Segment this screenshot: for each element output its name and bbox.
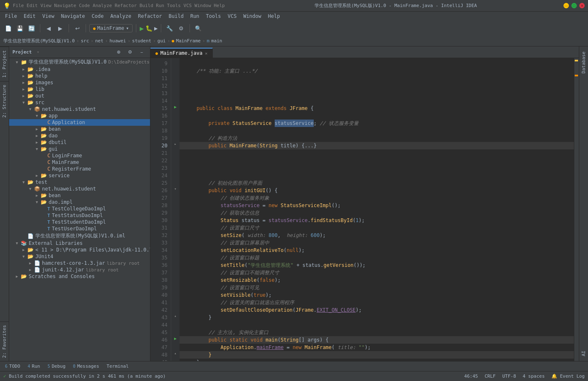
tree-item-src[interactable]: 📂 src — [9, 99, 150, 106]
right-panel-database-label[interactable]: Database — [580, 48, 587, 77]
tree-arrow-root[interactable] — [16, 60, 21, 64]
tree-arrow-bean[interactable] — [36, 127, 41, 131]
tree-arrow-service[interactable] — [36, 173, 41, 178]
toolbar-save-btn[interactable]: 💾 — [15, 23, 25, 33]
tree-item-iml[interactable]: 📄 学生信息管理系统(MySQL版)V1.0.iml — [9, 232, 150, 240]
menu-navigate[interactable]: Navigate — [58, 12, 89, 20]
toolbar-undo-btn[interactable]: ↩ — [72, 23, 82, 33]
breadcrumb-huawei[interactable]: huawei — [109, 38, 126, 44]
breadcrumb-main[interactable]: main — [211, 38, 222, 44]
tree-arrow-junit4[interactable] — [22, 254, 27, 259]
tree-arrow-dao-impl[interactable] — [36, 200, 41, 204]
tree-arrow-images[interactable] — [22, 81, 27, 85]
tree-arrow-idea[interactable] — [22, 67, 27, 71]
toolbar-new-btn[interactable]: 📄 — [3, 23, 13, 33]
menu-code[interactable]: Code — [89, 12, 107, 20]
tree-item-root[interactable]: 📁 学生信息管理系统(MySQL版)V1.0 D:\IdeaProjects — [9, 58, 150, 66]
menu-tools[interactable]: Tools — [203, 12, 224, 20]
tree-arrow-net-student-test[interactable] — [29, 187, 34, 191]
tree-item-registerframe[interactable]: C RegisterFrame — [9, 166, 150, 172]
tree-item-dao[interactable]: 📂 dao — [9, 132, 150, 139]
menu-refactor[interactable]: Refactor — [135, 12, 165, 20]
tree-arrow-out[interactable] — [22, 94, 27, 98]
tree-arrow-jdk[interactable] — [22, 248, 27, 252]
tree-item-testcollege[interactable]: T TestCollegeDaoImpl — [9, 205, 150, 212]
toolbar-forward-btn[interactable]: ▶ — [55, 23, 65, 33]
right-panel-ai-label[interactable]: AI — [580, 347, 587, 359]
tree-item-loginframe[interactable]: C LoginFrame — [9, 152, 150, 159]
tree-arrow-ext-libs[interactable] — [16, 241, 21, 245]
toolbar-back-btn[interactable]: ◀ — [44, 23, 54, 33]
tree-arrow-hamcrest[interactable] — [29, 261, 34, 265]
fold-icon-26[interactable]: ▾ — [174, 187, 176, 191]
tree-arrow-gui[interactable] — [36, 147, 41, 151]
tree-item-dbutil[interactable]: 📂 dbutil — [9, 139, 150, 146]
tree-item-hamcrest[interactable]: 📄 hamcrest-core-1.3.jar library root — [9, 260, 150, 266]
menu-file[interactable]: File — [2, 12, 20, 20]
tree-item-help[interactable]: 📂 help — [9, 73, 150, 79]
tree-item-ext-libs[interactable]: 📚 External Libraries — [9, 240, 150, 247]
status-spaces[interactable]: 4 spaces — [523, 374, 545, 379]
vtab-project[interactable]: 1: Project — [0, 46, 9, 81]
sidebar-dropdown-icon[interactable]: ▾ — [37, 49, 39, 55]
tree-item-bean[interactable]: 📂 bean — [9, 126, 150, 132]
tree-arrow-lib[interactable] — [22, 87, 27, 91]
toolbar-sdk-btn[interactable]: 🔧 — [165, 23, 175, 33]
tree-item-junit-jar[interactable]: 📄 junit-4.12.jar library root — [9, 266, 150, 273]
tree-item-junit4[interactable]: 📂 JUnit4 — [9, 253, 150, 260]
run-arrow-15[interactable]: ▶ — [174, 105, 177, 109]
tree-arrow-dao[interactable] — [36, 134, 41, 138]
run-coverage-button[interactable]: ▶ — [154, 25, 157, 32]
vtab-structure[interactable]: 2: Structure — [0, 81, 9, 121]
close-button[interactable]: ✕ — [579, 3, 585, 8]
menu-analyze[interactable]: Analyze — [107, 12, 135, 20]
minimize-button[interactable]: — — [563, 3, 569, 8]
tree-item-net-student[interactable]: 📦 net.huawei.student — [9, 106, 150, 112]
status-encoding[interactable]: UTF-8 — [502, 374, 516, 379]
tree-arrow-junit-jar[interactable] — [29, 268, 34, 272]
tool-debug[interactable]: 5 Debug — [44, 363, 69, 370]
tree-item-teststatus[interactable]: T TestStatusDaoImpl — [9, 212, 150, 219]
tree-arrow-dbutil[interactable] — [36, 140, 41, 144]
tree-item-gui[interactable]: 📂 gui — [9, 146, 150, 152]
breadcrumb-gui[interactable]: gui — [157, 38, 166, 44]
tree-item-idea[interactable]: 📂 .idea — [9, 66, 150, 73]
tree-item-dao-impl[interactable]: 📂 dao.impl — [9, 199, 150, 205]
tool-todo[interactable]: 6 TODO — [2, 363, 24, 370]
menu-vcs[interactable]: VCS — [224, 12, 240, 20]
run-arrow-46[interactable]: ▶ — [174, 336, 177, 341]
tree-arrow-src[interactable] — [22, 100, 27, 105]
gutter-15[interactable]: ▶ — [171, 103, 180, 110]
sidebar-settings-btn[interactable]: ⚙ — [125, 47, 135, 57]
tree-arrow-scratches[interactable] — [16, 274, 21, 278]
menu-help[interactable]: Help — [265, 12, 283, 20]
tree-item-scratches[interactable]: 📂 Scratches and Consoles — [9, 273, 150, 280]
vtab-favorites[interactable]: 2: Favorites — [0, 321, 9, 361]
breadcrumb-student[interactable]: student — [132, 38, 151, 44]
tab-mainframe[interactable]: ● MainFrame.java ✕ — [150, 48, 213, 58]
tree-item-images[interactable]: 📂 images — [9, 79, 150, 86]
tool-messages[interactable]: 0 Messages — [70, 363, 103, 370]
fold-close-43[interactable]: ▴ — [174, 314, 176, 318]
tree-arrow-test[interactable] — [22, 180, 27, 184]
fold-icon-20[interactable]: ▸ — [174, 142, 176, 146]
tree-item-application[interactable]: C Application — [9, 119, 150, 126]
toolbar-settings-btn[interactable]: ⚙ — [176, 23, 186, 33]
debug-button[interactable]: 🐛 — [145, 25, 153, 32]
code-content[interactable]: /** 功能: 主窗口 ...*/ public class MainFrame… — [180, 58, 574, 361]
tree-item-jdk[interactable]: 📂 < 11 > D:\Program Files\Java\jdk-11.0.… — [9, 247, 150, 253]
tab-mainframe-close[interactable]: ✕ — [205, 51, 207, 56]
tree-item-net-student-test[interactable]: 📦 net.huawei.student — [9, 186, 150, 192]
menu-window[interactable]: Window — [240, 12, 264, 20]
tree-item-out[interactable]: 📂 out — [9, 93, 150, 99]
breadcrumb-net[interactable]: net — [95, 38, 103, 44]
toolbar-sync-btn[interactable]: 🔄 — [27, 23, 37, 33]
tree-arrow-net-student[interactable] — [29, 107, 34, 111]
tree-item-teststudent[interactable]: T TestStudentDaoImpl — [9, 219, 150, 225]
tree-item-app[interactable]: 📂 app — [9, 112, 150, 119]
run-button[interactable]: ▶ — [140, 24, 144, 32]
tree-item-lib[interactable]: 📂 lib — [9, 86, 150, 93]
tree-item-testuser[interactable]: T TestUserDaoImpl — [9, 225, 150, 232]
menu-build[interactable]: Build — [165, 12, 187, 20]
breadcrumb-project[interactable]: 学生信息管理系统(MySQL版)V1.0 — [3, 38, 75, 44]
